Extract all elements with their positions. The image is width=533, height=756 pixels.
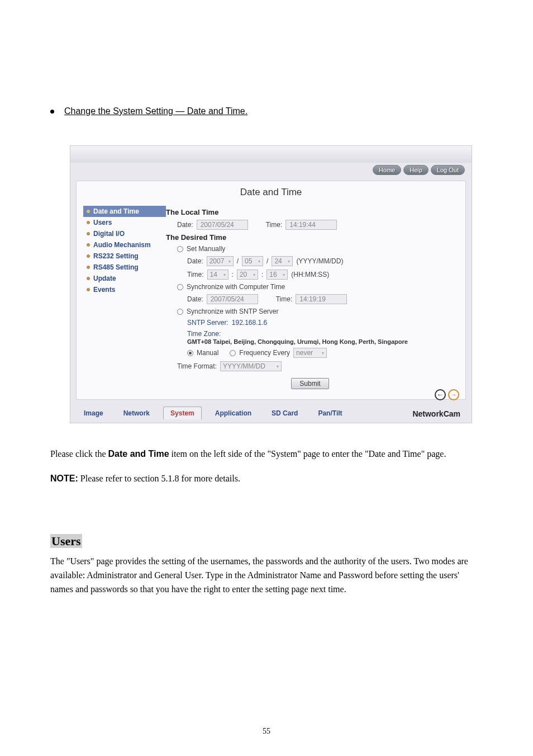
sidebar-item-events[interactable]: Events	[83, 284, 166, 295]
chevron-down-icon: ▾	[223, 272, 226, 277]
sidebar-item-label: Update	[93, 275, 116, 282]
sep: :	[232, 271, 234, 278]
manual-day-select[interactable]: 24▾	[272, 256, 293, 266]
sidebar-item-label: Digital I/O	[93, 230, 125, 238]
sep: :	[261, 271, 263, 278]
sntp-server-label: SNTP Server:	[187, 319, 229, 327]
timezone-label: Time Zone:	[187, 330, 454, 338]
section-heading: Change the System Setting — Date and Tim…	[50, 106, 248, 116]
bottom-tabs: Image Network System Application SD Card…	[70, 405, 472, 423]
manual-mm-select[interactable]: 20▾	[237, 270, 258, 280]
sntp-frequency-label: Frequency Every	[239, 349, 290, 357]
set-manually-radio[interactable]	[177, 246, 183, 252]
sidebar-item-label: Audio Mechanism	[93, 241, 151, 249]
sep: /	[237, 257, 239, 265]
forward-arrow-icon[interactable]: →	[448, 389, 459, 400]
tab-system[interactable]: System	[163, 407, 202, 419]
app-screenshot: Home Help Log Out Date and Time Date and…	[70, 145, 472, 423]
sidebar-item-audio[interactable]: Audio Mechanism	[83, 239, 166, 251]
chevron-down-icon: ▾	[322, 351, 324, 356]
chevron-down-icon: ▾	[283, 272, 285, 277]
sync-computer-label: Synchronize with Computer Time	[187, 283, 285, 291]
tab-pantilt[interactable]: Pan/Tilt	[311, 407, 349, 419]
bullet-icon	[50, 110, 54, 114]
tab-sdcard[interactable]: SD Card	[265, 407, 304, 419]
dot-icon	[87, 243, 90, 247]
chevron-down-icon: ▾	[258, 259, 260, 264]
heading-text: Change the System Setting — Date and Tim…	[64, 106, 248, 116]
local-date-field: 2007/05/24	[197, 220, 248, 230]
manual-time-label: Time:	[187, 271, 204, 278]
dot-icon	[87, 266, 90, 269]
sidebar-item-date-time[interactable]: Date and Time	[83, 206, 166, 217]
nav-arrows: ← →	[435, 389, 459, 400]
users-heading: Users	[50, 534, 162, 549]
sync-computer-radio[interactable]	[177, 284, 183, 290]
sntp-frequency-select[interactable]: never▾	[293, 348, 327, 358]
sntp-frequency-radio[interactable]	[230, 350, 236, 356]
sidebar-item-update[interactable]: Update	[83, 273, 166, 284]
sidebar-item-users[interactable]: Users	[83, 217, 166, 228]
logout-button[interactable]: Log Out	[431, 165, 465, 175]
sidebar-item-label: RS485 Setting	[93, 263, 139, 271]
tab-network[interactable]: Network	[117, 407, 156, 419]
time-format-label: Time Format:	[177, 362, 217, 370]
sep: /	[266, 257, 268, 265]
help-button[interactable]: Help	[403, 165, 429, 175]
manual-date-label: Date:	[187, 257, 203, 265]
description-paragraph: Please click the Date and Time item on t…	[50, 447, 480, 485]
comp-time-field: 14:19:19	[296, 294, 347, 304]
set-manually-label: Set Manually	[187, 245, 225, 253]
time-format-select[interactable]: YYYY/MM/DD▾	[220, 361, 282, 371]
sidebar-item-label: RS232 Setting	[93, 252, 139, 260]
users-body: The "Users" page provides the setting of…	[50, 555, 480, 596]
submit-button[interactable]: Submit	[291, 378, 329, 389]
comp-time-label: Time:	[276, 295, 293, 303]
note-label: NOTE:	[50, 474, 78, 483]
manual-date-hint: (YYYY/MM/DD)	[296, 257, 343, 265]
dot-icon	[87, 221, 90, 224]
chevron-down-icon: ▾	[277, 364, 279, 369]
comp-date-field: 2007/05/24	[207, 294, 258, 304]
desc-p1b: item on the left side of the "System" pa…	[169, 449, 446, 459]
dot-icon	[87, 232, 90, 235]
manual-ss-select[interactable]: 16▾	[266, 270, 288, 280]
desc-p1a: Please click the	[50, 449, 108, 459]
dot-icon	[87, 254, 90, 258]
dot-icon	[87, 277, 90, 280]
desc-p1-bold: Date and Time	[108, 449, 169, 459]
sidebar-item-rs485[interactable]: RS485 Setting	[83, 262, 166, 273]
users-title: Users	[50, 534, 82, 548]
local-time-field: 14:19:44	[285, 220, 337, 230]
sync-sntp-label: Synchronize with SNTP Server	[187, 308, 279, 315]
sntp-server-value: 192.168.1.6	[232, 319, 267, 327]
window-titlebar	[70, 146, 472, 163]
sync-sntp-radio[interactable]	[177, 309, 183, 315]
timezone-value: GMT+08 Taipei, Beijing, Chongquing, Urum…	[187, 338, 454, 346]
tab-image[interactable]: Image	[77, 407, 110, 419]
local-time-heading: The Local Time	[166, 208, 454, 216]
sntp-manual-label: Manual	[197, 349, 218, 357]
top-nav: Home Help Log Out	[70, 163, 472, 177]
manual-time-hint: (HH:MM:SS)	[291, 271, 329, 278]
sntp-manual-radio[interactable]	[187, 350, 193, 356]
manual-month-select[interactable]: 05▾	[242, 256, 263, 266]
note-text: Please refer to section 5.1.8 for more d…	[78, 474, 240, 483]
home-button[interactable]: Home	[373, 165, 401, 175]
dot-icon	[87, 288, 90, 291]
manual-year-select[interactable]: 2007▾	[207, 256, 234, 266]
sidebar-item-label: Events	[93, 286, 115, 294]
local-time-label: Time:	[266, 221, 283, 229]
chevron-down-icon: ▾	[288, 259, 290, 264]
content-panel: Date and Time Date and Time Users Digita…	[76, 181, 466, 400]
sidebar-item-digital-io[interactable]: Digital I/O	[83, 228, 166, 239]
tab-application[interactable]: Application	[208, 407, 258, 419]
back-arrow-icon[interactable]: ←	[435, 389, 446, 400]
desired-time-heading: The Desired Time	[166, 233, 454, 242]
sidebar-item-rs232[interactable]: RS232 Setting	[83, 251, 166, 262]
sidebar-item-label: Date and Time	[93, 207, 139, 215]
comp-date-label: Date:	[187, 295, 203, 303]
manual-hh-select[interactable]: 14▾	[207, 270, 229, 280]
main-area: The Local Time Date: 2007/05/24 Time: 14…	[166, 206, 465, 389]
dot-icon	[87, 210, 90, 213]
